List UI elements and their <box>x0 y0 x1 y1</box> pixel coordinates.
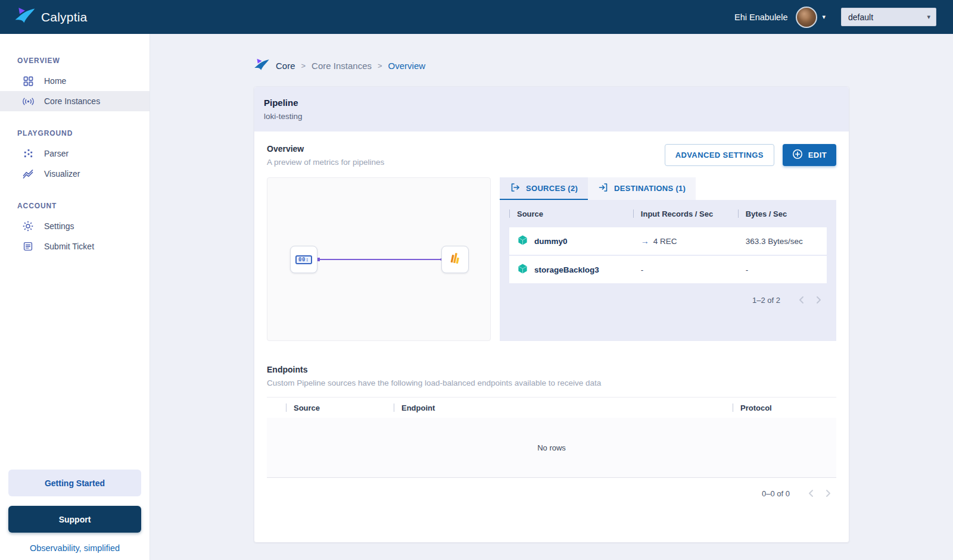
pagination-next-icon[interactable] <box>820 485 836 502</box>
tab-destinations-label: DESTINATIONS (1) <box>614 184 686 193</box>
loki-icon <box>449 252 461 267</box>
sidebar-item-submit-ticket[interactable]: Submit Ticket <box>0 236 150 256</box>
sidebar-section-playground: PLAYGROUND <box>0 129 150 143</box>
breadcrumb-core[interactable]: Core <box>276 61 295 71</box>
sidebar-item-label: Settings <box>44 221 74 231</box>
visualizer-chart-icon <box>21 168 35 180</box>
tab-sources[interactable]: SOURCES (2) <box>500 177 588 200</box>
sidebar-bottom: Getting Started Support Observability, s… <box>0 470 150 560</box>
pipeline-card: Pipeline loki-testing Overview A preview… <box>254 86 849 543</box>
support-button[interactable]: Support <box>8 506 141 533</box>
sidebar-section-overview: OVERVIEW <box>0 57 150 71</box>
topbar: Calyptia Ehi Enabulele ▾ default ▾ <box>0 0 953 34</box>
advanced-settings-button[interactable]: ADVANCED SETTINGS <box>665 144 774 166</box>
broadcast-icon <box>21 95 35 107</box>
edit-label: EDIT <box>808 151 827 159</box>
pipeline-name: loki-testing <box>264 112 839 121</box>
sources-pagination: 1–2 of 2 <box>509 284 827 315</box>
endpoints-empty-state: No rows <box>267 418 836 478</box>
sidebar-section-account: ACCOUNT <box>0 202 150 216</box>
plugin-hexagon-icon <box>517 234 528 248</box>
sidebar-item-visualizer[interactable]: Visualizer <box>0 164 150 184</box>
breadcrumb-separator: > <box>378 61 382 70</box>
pagination-prev-icon[interactable] <box>803 485 820 502</box>
user-menu-caret-icon[interactable]: ▾ <box>822 13 826 21</box>
sidebar-item-label: Parser <box>44 149 68 158</box>
bytes-value: 363.3 Bytes/sec <box>738 237 827 246</box>
sidebar-item-settings[interactable]: Settings <box>0 216 150 236</box>
source-row-dummy0[interactable]: dummy0 → 4 REC 363.3 Bytes/sec <box>509 227 827 255</box>
breadcrumb: Core > Core Instances > Overview <box>254 58 849 73</box>
tagline: Observability, simplified <box>8 543 141 553</box>
workspace-select-value: default <box>848 12 873 22</box>
source-row-storagebacklog3[interactable]: storageBacklog3 - - <box>509 256 827 283</box>
pipeline-title: Pipeline <box>264 98 839 108</box>
endpoints-col-endpoint: Endpoint <box>394 403 733 412</box>
sources-col-source: Source <box>509 209 633 218</box>
edit-button[interactable]: EDIT <box>783 144 836 166</box>
parser-dots-icon <box>21 148 35 159</box>
endpoints-col-source: Source <box>286 403 394 412</box>
pipeline-edge <box>317 259 441 260</box>
brand-name: Calyptia <box>41 10 87 24</box>
grid-icon <box>21 75 35 87</box>
sidebar-item-home[interactable]: Home <box>0 71 150 91</box>
bytes-value: - <box>738 265 827 274</box>
input-records-value: 4 REC <box>653 237 677 246</box>
endpoints-col-protocol: Protocol <box>733 403 836 412</box>
sidebar-item-label: Core Instances <box>44 96 100 106</box>
pipeline-diagram: 00: <box>267 177 491 341</box>
endpoints-pagination-label: 0–0 of 0 <box>762 489 790 498</box>
user-name: Ehi Enabulele <box>734 12 788 22</box>
sidebar-item-parser[interactable]: Parser <box>0 143 150 164</box>
arrow-right-icon: → <box>641 236 649 246</box>
sidebar-item-label: Home <box>44 76 66 86</box>
sources-pagination-label: 1–2 of 2 <box>752 296 780 305</box>
source-name[interactable]: dummy0 <box>534 237 568 246</box>
breadcrumb-separator: > <box>301 61 306 70</box>
getting-started-button[interactable]: Getting Started <box>8 470 141 496</box>
dummy-counter-icon: 00: <box>295 255 312 264</box>
breadcrumb-logo-icon <box>254 58 270 73</box>
destination-node[interactable] <box>441 246 469 273</box>
endpoints-title: Endpoints <box>267 365 836 374</box>
tab-sources-label: SOURCES (2) <box>526 184 578 193</box>
workspace-select[interactable]: default ▾ <box>841 8 936 26</box>
destination-in-icon <box>598 182 609 195</box>
sources-col-bytes: Bytes / Sec <box>738 209 827 218</box>
source-out-icon <box>510 182 521 195</box>
breadcrumb-overview: Overview <box>388 61 426 71</box>
ticket-document-icon <box>21 240 35 252</box>
source-node[interactable]: 00: <box>290 246 317 273</box>
endpoints-subtitle: Custom Pipeline sources have the followi… <box>267 378 836 387</box>
topbar-right: Ehi Enabulele ▾ default ▾ <box>734 7 936 28</box>
plus-circle-icon <box>792 149 803 161</box>
main-area: Core > Core Instances > Overview Pipelin… <box>150 34 953 560</box>
overview-title: Overview <box>267 144 384 154</box>
no-rows-text: No rows <box>537 443 566 452</box>
endpoints-pagination: 0–0 of 0 <box>267 478 836 509</box>
input-records-value: - <box>641 265 644 274</box>
source-name[interactable]: storageBacklog3 <box>534 265 599 274</box>
advanced-settings-label: ADVANCED SETTINGS <box>675 151 764 159</box>
sources-destinations-tabs: SOURCES (2) DESTINATIONS (1) <box>500 177 836 200</box>
plugin-hexagon-icon <box>517 263 528 276</box>
sources-col-input-records: Input Records / Sec <box>633 209 738 218</box>
sidebar-item-label: Visualizer <box>44 169 80 179</box>
sources-table: Source Input Records / Sec Bytes / Sec <box>500 200 836 341</box>
gear-icon <box>21 220 35 232</box>
sidebar: OVERVIEW Home Core Instances PLAYGROU <box>0 34 150 560</box>
sidebar-item-label: Submit Ticket <box>44 242 94 251</box>
avatar[interactable] <box>796 7 817 28</box>
overview-subtitle: A preview of metrics for pipelines <box>267 158 384 167</box>
endpoints-table: Source Endpoint Protocol No rows 0–0 of … <box>267 397 836 509</box>
pagination-prev-icon[interactable] <box>793 292 810 308</box>
sidebar-item-core-instances[interactable]: Core Instances <box>0 91 150 111</box>
brand: Calyptia <box>14 7 87 27</box>
breadcrumb-core-instances[interactable]: Core Instances <box>312 61 372 71</box>
tab-destinations[interactable]: DESTINATIONS (1) <box>588 177 696 200</box>
pipeline-card-header: Pipeline loki-testing <box>254 87 849 132</box>
pagination-next-icon[interactable] <box>810 292 827 308</box>
calyptia-logo-icon <box>14 7 36 27</box>
endpoints-section: Endpoints Custom Pipeline sources have t… <box>267 365 836 509</box>
